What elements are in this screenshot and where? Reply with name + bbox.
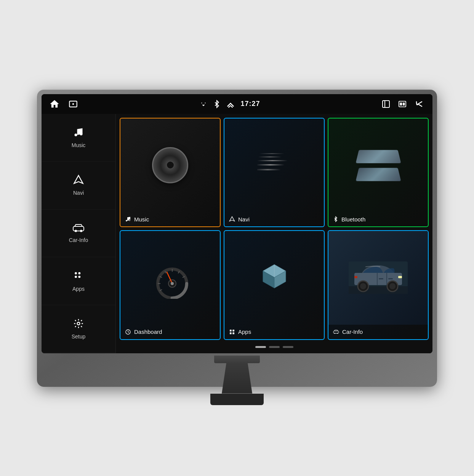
dashboard-tile-icon	[125, 329, 131, 335]
bluetooth-tile-image	[328, 119, 428, 212]
sidebar-item-navi[interactable]: Navi	[42, 162, 115, 210]
setup-sidebar-icon	[73, 318, 84, 332]
svg-point-1	[72, 103, 74, 104]
status-right-icons	[381, 99, 425, 109]
mount-base	[210, 394, 264, 405]
wifi-icon	[226, 100, 235, 108]
pagination-dot-1[interactable]	[255, 346, 266, 348]
navi-tile-icon	[229, 216, 235, 222]
music-tile-icon	[125, 216, 131, 222]
svg-rect-55	[379, 278, 383, 279]
sidebar-item-carinfo[interactable]: Car-Info	[42, 210, 115, 258]
carinfo-tile[interactable]: Car-Info	[328, 230, 429, 340]
window-icon[interactable]	[397, 100, 407, 108]
carinfo-tile-image	[328, 231, 428, 325]
bluetooth-tile-icon	[333, 216, 338, 222]
svg-point-15	[75, 272, 77, 274]
grid-row-1: Music	[120, 118, 429, 228]
carinfo-tile-label: Car-Info	[328, 325, 428, 339]
svg-rect-12	[73, 226, 84, 231]
carinfo-sidebar-icon	[72, 223, 85, 235]
sidebar-carinfo-label: Car-Info	[69, 237, 88, 243]
bluetooth-icon	[213, 100, 221, 108]
home-icon[interactable]	[49, 99, 60, 109]
status-center-icons: 17:27	[199, 100, 260, 108]
bluetooth-tile[interactable]: Bluetooth	[328, 118, 429, 228]
car-display-unit: 17:27	[37, 90, 437, 387]
svg-rect-7	[400, 103, 402, 105]
svg-line-35	[128, 332, 129, 332]
svg-rect-57	[333, 331, 339, 333]
music-tile-label: Music	[120, 212, 220, 226]
svg-point-59	[337, 333, 338, 334]
svg-rect-8	[403, 103, 405, 105]
apps-sidebar-icon	[73, 271, 84, 284]
bt-shape-top	[356, 150, 401, 163]
music-sidebar-icon	[73, 127, 84, 140]
svg-point-16	[78, 272, 80, 274]
pagination-dot-2[interactable]	[269, 346, 280, 348]
apps-tile[interactable]: Apps	[224, 230, 325, 340]
svg-point-48	[360, 283, 366, 289]
svg-rect-51	[398, 276, 402, 278]
sidebar-item-music[interactable]: Music	[42, 114, 115, 162]
svg-rect-42	[230, 332, 232, 334]
sidebar-item-apps[interactable]: Apps	[42, 257, 115, 305]
navi-graphic	[257, 152, 291, 178]
expand-icon[interactable]	[381, 99, 391, 109]
navi-tile[interactable]: Navi	[224, 118, 325, 228]
bluetooth-graphic	[357, 149, 399, 181]
dashboard-tile[interactable]: Dashboard	[120, 230, 221, 340]
svg-marker-2	[227, 103, 234, 107]
svg-point-50	[389, 283, 396, 289]
navi-sidebar-icon	[73, 175, 84, 188]
svg-point-18	[78, 276, 80, 278]
sidebar-apps-label: Apps	[72, 286, 85, 292]
pagination-dot-3[interactable]	[283, 346, 293, 348]
svg-point-9	[75, 133, 77, 136]
status-left-icons	[49, 99, 78, 109]
apps-tile-label: Apps	[224, 325, 324, 339]
pagination	[120, 343, 429, 349]
status-time: 17:27	[240, 100, 260, 108]
back-icon[interactable]	[414, 99, 425, 109]
sidebar-navi-label: Navi	[73, 190, 84, 196]
svg-point-32	[171, 282, 174, 285]
main-content: Music Navi	[42, 114, 432, 353]
car-svg	[349, 261, 408, 294]
svg-rect-40	[230, 330, 232, 332]
screen: 17:27	[42, 94, 432, 353]
grid-area: Music	[116, 114, 432, 353]
music-tile-image	[120, 119, 220, 212]
sidebar-music-label: Music	[72, 142, 86, 148]
music-disc-graphic	[152, 147, 188, 183]
gauge-graphic	[153, 263, 187, 293]
svg-rect-56	[388, 278, 393, 279]
svg-rect-43	[232, 332, 234, 334]
navi-tile-image	[224, 119, 324, 212]
mount-top	[214, 356, 260, 363]
svg-marker-20	[229, 216, 234, 221]
dashboard-tile-image	[120, 231, 220, 325]
navi-tile-label: Navi	[224, 212, 324, 226]
bluetooth-tile-label: Bluetooth	[328, 212, 428, 226]
svg-point-13	[75, 230, 77, 232]
svg-rect-52	[354, 276, 357, 278]
navi-lines	[257, 153, 291, 170]
carinfo-tile-icon	[333, 329, 339, 335]
usb-icon	[199, 100, 208, 108]
svg-point-10	[80, 133, 83, 135]
power-icon[interactable]	[68, 99, 78, 109]
apps-tile-icon	[229, 329, 235, 335]
sidebar-item-setup[interactable]: Setup	[42, 305, 115, 353]
svg-point-14	[80, 230, 82, 232]
apps-cube-svg	[257, 261, 291, 295]
music-tile[interactable]: Music	[120, 118, 221, 228]
mount-hardware	[42, 353, 432, 405]
svg-point-17	[75, 276, 77, 278]
svg-point-19	[77, 322, 80, 325]
bt-shape-bottom	[356, 168, 401, 181]
svg-rect-41	[232, 330, 234, 332]
grid-row-2: Dashboard	[120, 230, 429, 340]
gauge-svg	[153, 263, 191, 299]
